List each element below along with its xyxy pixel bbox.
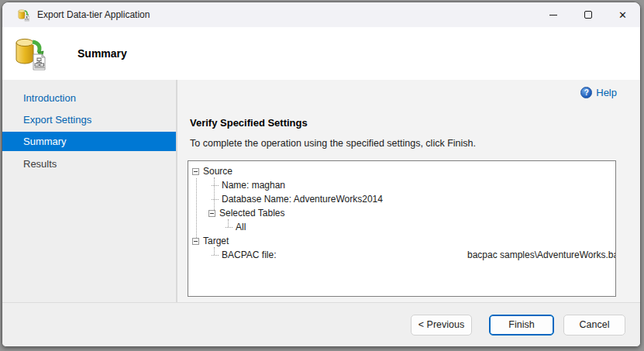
tree-node-label: Database Name: AdventureWorks2014 — [222, 194, 383, 205]
tree-node-label: All — [236, 222, 246, 232]
minimize-icon — [549, 15, 557, 15]
sidebar-item-results[interactable]: Results — [2, 153, 176, 174]
wizard-steps-sidebar: IntroductionExport SettingsSummaryResult… — [2, 80, 177, 302]
help-link[interactable]: ? Help — [580, 87, 617, 98]
sidebar-item-export-settings[interactable]: Export Settings — [2, 108, 176, 130]
maximize-button[interactable] — [570, 2, 605, 27]
cancel-button[interactable]: Cancel — [563, 315, 625, 336]
window-title: Export Data-tier Application — [37, 9, 150, 20]
verify-settings-heading: Verify Specified Settings — [190, 117, 308, 129]
tree-node-label: Target — [203, 236, 229, 246]
previous-button[interactable]: < Previous — [411, 315, 472, 336]
close-icon: ✕ — [618, 10, 627, 20]
instruction-text: To complete the operation using the spec… — [190, 138, 476, 149]
tree-node-value: bacpac samples\AdventureWorks.ba — [467, 249, 616, 260]
tree-connector — [212, 185, 219, 186]
database-export-icon — [12, 36, 48, 71]
tree-node-label: BACPAC file: — [222, 249, 276, 260]
help-icon: ? — [580, 87, 592, 98]
sidebar-item-introduction[interactable]: Introduction — [2, 87, 176, 108]
finish-button[interactable]: Finish — [489, 315, 554, 336]
collapse-expander-icon[interactable] — [192, 168, 199, 175]
collapse-expander-icon[interactable] — [208, 210, 215, 217]
app-database-export-icon — [17, 9, 30, 22]
help-label: Help — [596, 87, 617, 98]
tree-connector — [212, 199, 219, 200]
tree-node[interactable]: All — [188, 220, 615, 234]
sidebar-item-summary[interactable]: Summary — [2, 132, 176, 151]
title-bar: Export Data-tier Application ✕ — [2, 2, 640, 27]
caption-buttons: ✕ — [536, 2, 640, 27]
tree-node-label: Name: maghan — [222, 180, 285, 191]
sidebar-item-label: Results — [23, 158, 57, 170]
tree-node[interactable]: Target — [188, 234, 615, 248]
tree-connector — [226, 227, 232, 228]
wizard-body: IntroductionExport SettingsSummaryResult… — [2, 80, 640, 302]
tree-connector — [212, 255, 219, 256]
tree-node[interactable]: Database Name: AdventureWorks2014 — [188, 192, 615, 206]
close-button[interactable]: ✕ — [605, 2, 640, 27]
wizard-header: Summary — [2, 27, 640, 80]
page-title: Summary — [77, 47, 127, 60]
export-data-tier-dialog: Export Data-tier Application ✕ — [2, 2, 641, 347]
tree-node[interactable]: Selected Tables — [188, 206, 615, 220]
collapse-expander-icon[interactable] — [192, 238, 199, 245]
settings-summary-tree[interactable]: SourceName: maghanDatabase Name: Adventu… — [188, 160, 616, 297]
tree-node[interactable]: Source — [188, 164, 615, 178]
tree-node[interactable]: Name: maghan — [188, 178, 615, 192]
footer-button-bar: < Previous Finish Cancel — [2, 302, 640, 346]
maximize-icon — [584, 11, 592, 19]
sidebar-item-label: Summary — [23, 136, 67, 147]
summary-content: ? Help Verify Specified Settings To comp… — [177, 80, 640, 302]
sidebar-item-label: Introduction — [23, 92, 76, 104]
tree-node-label: Source — [203, 166, 232, 177]
minimize-button[interactable] — [536, 2, 570, 27]
tree-node[interactable]: BACPAC file:bacpac samples\AdventureWork… — [188, 248, 615, 262]
sidebar-item-label: Export Settings — [23, 114, 91, 126]
tree-node-label: Selected Tables — [219, 208, 285, 219]
